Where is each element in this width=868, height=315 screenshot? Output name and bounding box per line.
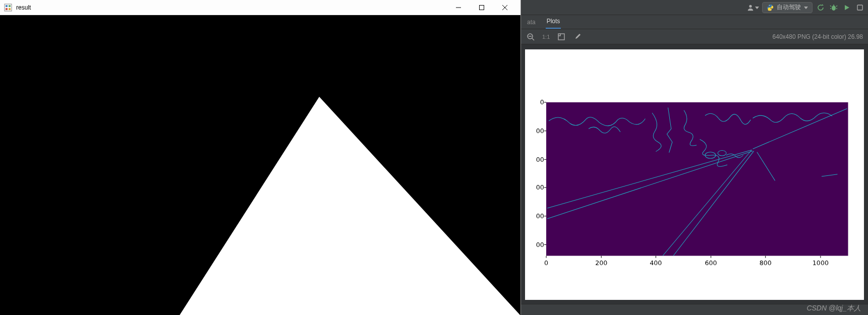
debug-button[interactable]: [829, 3, 839, 13]
svg-point-12: [769, 5, 770, 5]
plot-area: 0 200 400 600 800 1000 0 00 00 00: [521, 44, 868, 304]
user-menu[interactable]: [747, 4, 759, 11]
svg-text:00: 00: [536, 127, 544, 135]
run-button[interactable]: [842, 3, 852, 13]
ide-panel: 自动驾驶 ata Plots 1:1: [521, 0, 868, 315]
edge-detection-plot: 0 200 400 600 800 1000 0 00 00 00: [525, 49, 864, 303]
tab-plots[interactable]: Plots: [546, 16, 561, 29]
svg-text:00: 00: [536, 183, 544, 191]
ratio-label[interactable]: 1:1: [542, 34, 550, 40]
svg-rect-2: [9, 5, 11, 7]
xtick-800: 800: [760, 259, 772, 267]
svg-point-10: [749, 5, 751, 7]
minimize-button[interactable]: [447, 0, 470, 15]
svg-rect-26: [558, 34, 564, 40]
svg-line-18: [836, 6, 837, 7]
chevron-down-icon: [804, 6, 808, 10]
opencv-window: result: [0, 0, 521, 315]
run-config-selector[interactable]: 自动驾驶: [762, 2, 813, 13]
color-picker-button[interactable]: [573, 32, 582, 41]
svg-marker-11: [755, 7, 759, 9]
svg-text:00: 00: [536, 156, 544, 163]
python-icon: [767, 4, 774, 11]
svg-rect-6: [480, 5, 484, 10]
plot-figure[interactable]: 0 200 400 600 800 1000 0 00 00 00: [525, 49, 864, 300]
result-image-canvas: [0, 15, 520, 315]
ide-tabs: ata Plots: [521, 15, 868, 29]
svg-point-15: [832, 6, 836, 11]
window-title: result: [16, 4, 31, 11]
ytick-0: 0: [540, 98, 544, 106]
ide-status-bar: CSDN @lqj_本人: [521, 304, 868, 315]
zoom-out-button[interactable]: [526, 32, 535, 41]
xtick-200: 200: [595, 259, 607, 267]
svg-line-17: [830, 6, 831, 7]
svg-point-13: [771, 9, 771, 10]
window-titlebar[interactable]: result: [0, 0, 520, 15]
close-button[interactable]: [493, 0, 516, 15]
ide-top-toolbar: 自动驾驶: [521, 0, 868, 15]
svg-rect-22: [857, 5, 862, 10]
svg-rect-3: [6, 8, 8, 10]
svg-marker-21: [845, 5, 849, 10]
svg-marker-14: [804, 7, 808, 9]
xtick-400: 400: [650, 259, 662, 267]
svg-rect-1: [6, 5, 8, 7]
rerun-button[interactable]: [816, 3, 826, 13]
roi-mask-triangle: [0, 16, 520, 315]
svg-text:00: 00: [536, 212, 544, 220]
more-button[interactable]: [855, 3, 865, 13]
app-icon: [4, 4, 12, 12]
tab-data[interactable]: ata: [526, 17, 537, 29]
run-config-label: 自动驾驶: [777, 3, 801, 12]
xtick-1000: 1000: [813, 259, 829, 267]
svg-text:00: 00: [536, 241, 544, 248]
svg-marker-9: [179, 97, 520, 315]
plot-info-label: 640x480 PNG (24-bit color) 26.98: [773, 33, 863, 40]
fit-button[interactable]: [557, 32, 566, 41]
svg-rect-27: [546, 102, 848, 256]
xtick-0: 0: [544, 259, 548, 267]
xtick-600: 600: [705, 259, 717, 267]
svg-rect-4: [9, 8, 11, 10]
watermark-label: CSDN @lqj_本人: [806, 304, 861, 313]
plot-toolbar: 1:1 640x480 PNG (24-bit color) 26.98: [521, 29, 868, 44]
maximize-button[interactable]: [470, 0, 493, 15]
svg-line-24: [532, 38, 534, 40]
